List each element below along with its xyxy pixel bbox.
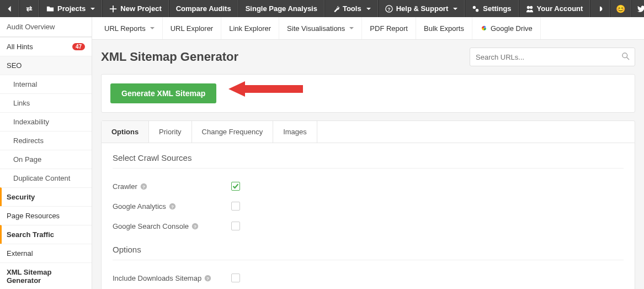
sidebar: Audit Overview All Hints47 SEO Internal … <box>0 17 92 289</box>
svg-line-7 <box>627 57 629 60</box>
sidebar-item-seo[interactable]: SEO <box>0 56 92 75</box>
subnav-google-drive[interactable]: Google Drive <box>472 17 541 39</box>
subnav-bulk-exports[interactable]: Bulk Exports <box>416 17 472 39</box>
back-button[interactable] <box>0 0 19 17</box>
svg-text:?: ? <box>142 184 145 189</box>
checkbox-google-analytics[interactable] <box>231 202 240 211</box>
sidebar-item-security[interactable]: Security <box>0 187 92 206</box>
search-wrap <box>470 48 635 66</box>
projects-button[interactable]: Projects <box>39 0 102 17</box>
tools-button[interactable]: Tools <box>324 0 378 17</box>
subnav-url-reports[interactable]: URL Reports <box>97 17 163 39</box>
help-icon[interactable]: ? <box>169 203 176 210</box>
generate-xml-sitemap-button[interactable]: Generate XML Sitemap <box>110 83 216 103</box>
your-account-button[interactable]: Your Account <box>519 0 590 17</box>
help-icon[interactable]: ? <box>140 183 147 190</box>
sidebar-item-onpage[interactable]: On Page <box>0 150 92 169</box>
tab-options[interactable]: Options <box>102 121 149 143</box>
svg-point-5 <box>530 6 533 8</box>
search-input[interactable] <box>470 48 635 66</box>
subnav-url-explorer[interactable]: URL Explorer <box>163 17 222 39</box>
checkbox-crawler[interactable] <box>231 182 240 191</box>
emoji-button[interactable]: 😊 <box>610 0 631 17</box>
label-crawler: Crawler? <box>113 182 231 191</box>
svg-text:?: ? <box>387 6 390 12</box>
page-title: XML Sitemap Generator <box>101 50 470 64</box>
svg-point-3 <box>476 9 478 12</box>
single-page-analysis-button[interactable]: Single Page Analysis <box>238 0 324 17</box>
form-panel: Select Crawl Sources Crawler? Google Ana… <box>101 143 635 289</box>
sidebar-item-external[interactable]: External <box>0 244 92 262</box>
label-include-downloads: Include Downloads Sitemap? <box>113 274 231 282</box>
section-options: Options <box>113 236 624 260</box>
sidebar-item-redirects[interactable]: Redirects <box>0 131 92 150</box>
sub-navbar: URL Reports URL Explorer Link Explorer S… <box>92 17 644 40</box>
svg-text:?: ? <box>171 204 174 209</box>
label-google-analytics: Google Analytics? <box>113 202 231 211</box>
checkbox-include-downloads[interactable] <box>231 274 240 282</box>
sidebar-item-duplicate[interactable]: Duplicate Content <box>0 169 92 187</box>
svg-point-4 <box>526 6 529 8</box>
sidebar-item-links[interactable]: Links <box>0 93 92 112</box>
label-google-search-console: Google Search Console? <box>113 222 231 230</box>
help-icon[interactable]: ? <box>204 275 211 282</box>
subnav-site-visualisations[interactable]: Site Visualisations <box>279 17 362 39</box>
section-crawl-sources: Select Crawl Sources <box>113 153 624 169</box>
compare-audits-button[interactable]: Compare Audits <box>169 0 238 17</box>
sidebar-item-indexability[interactable]: Indexability <box>0 112 92 131</box>
main-area: URL Reports URL Explorer Link Explorer S… <box>92 17 644 289</box>
tab-bar: Options Priority Change Frequency Images <box>101 120 635 143</box>
tab-priority[interactable]: Priority <box>149 121 191 143</box>
arrow-annotation-icon <box>228 78 306 100</box>
sidebar-header: Audit Overview <box>0 17 92 37</box>
hints-badge: 47 <box>72 43 85 50</box>
sidebar-item-xml-sitemap[interactable]: XML Sitemap Generator <box>0 262 92 289</box>
tab-change-frequency[interactable]: Change Frequency <box>192 121 274 143</box>
twitter-button[interactable] <box>631 0 644 17</box>
sidebar-item-internal[interactable]: Internal <box>0 75 92 93</box>
svg-text:?: ? <box>206 276 209 281</box>
tab-images[interactable]: Images <box>273 121 317 143</box>
generate-panel: Generate XML Sitemap <box>101 74 635 113</box>
swap-button[interactable] <box>19 0 39 17</box>
search-icon <box>622 52 630 60</box>
subnav-pdf-report[interactable]: PDF Report <box>362 17 416 39</box>
top-navbar: Projects New Project Compare Audits Sing… <box>0 0 644 17</box>
svg-text:?: ? <box>194 224 196 229</box>
help-support-button[interactable]: ?Help & Support <box>378 0 465 17</box>
sidebar-item-page-resources[interactable]: Page Resources <box>0 206 92 225</box>
checkbox-google-search-console[interactable] <box>231 222 240 230</box>
new-project-button[interactable]: New Project <box>102 0 168 17</box>
dark-mode-button[interactable] <box>590 0 610 17</box>
help-icon[interactable]: ? <box>191 223 199 230</box>
svg-marker-8 <box>228 81 303 97</box>
subnav-link-explorer[interactable]: Link Explorer <box>221 17 279 39</box>
sidebar-item-all-hints[interactable]: All Hints47 <box>0 37 92 56</box>
svg-point-6 <box>622 53 627 58</box>
svg-point-2 <box>473 6 476 8</box>
settings-button[interactable]: Settings <box>465 0 518 17</box>
sidebar-item-search-traffic[interactable]: Search Traffic <box>0 225 92 244</box>
google-icon <box>480 24 488 32</box>
